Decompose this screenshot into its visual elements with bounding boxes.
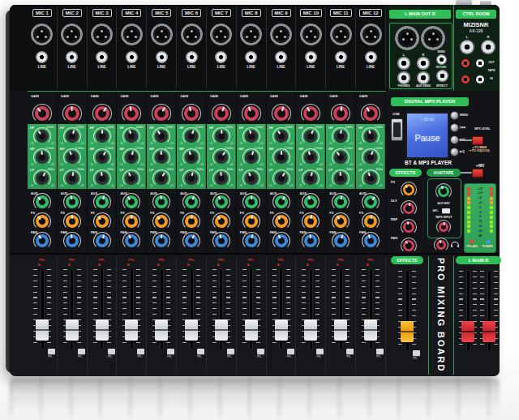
pfl-button[interactable] <box>167 349 174 354</box>
mp3-button-3[interactable] <box>451 136 458 144</box>
ctrl-room-r-jack[interactable] <box>481 40 495 54</box>
line-input-jack[interactable] <box>215 51 227 63</box>
aux-knob[interactable] <box>333 195 349 210</box>
aux-master-knob[interactable] <box>436 184 451 199</box>
xlr-input-jack[interactable] <box>91 24 113 45</box>
route-switch[interactable] <box>472 136 483 145</box>
fx-knob[interactable] <box>33 212 52 231</box>
eq-hf-knob[interactable] <box>302 128 320 145</box>
eq-mf-knob[interactable] <box>155 151 169 165</box>
fx-knob[interactable] <box>244 214 259 229</box>
eq-lf-knob[interactable] <box>362 170 380 187</box>
effects-rep-knob[interactable] <box>402 221 415 234</box>
mp3-button-1[interactable] <box>451 112 458 119</box>
channel-fader[interactable] <box>36 319 49 341</box>
line-input-jack[interactable] <box>156 51 168 63</box>
eq-hf-knob[interactable] <box>64 128 80 144</box>
aux-send-jack[interactable] <box>417 71 430 84</box>
pan-knob[interactable] <box>65 234 79 248</box>
eq-mf-knob[interactable] <box>63 149 80 166</box>
channel-fader[interactable] <box>185 319 198 341</box>
line-input-jack[interactable] <box>96 51 108 63</box>
effects-fader[interactable] <box>401 321 414 342</box>
pan-knob[interactable] <box>94 233 110 249</box>
pan-knob[interactable] <box>243 234 259 249</box>
main-fader-left[interactable] <box>461 321 474 342</box>
pan-knob[interactable] <box>155 234 169 248</box>
xlr-input-jack[interactable] <box>121 24 143 45</box>
gain-knob[interactable] <box>92 104 112 124</box>
gain-knob[interactable] <box>332 105 350 122</box>
eq-mf-knob[interactable] <box>362 149 379 165</box>
gain-knob[interactable] <box>301 104 320 123</box>
pan-knob[interactable] <box>272 232 290 249</box>
eq-lf-knob[interactable] <box>65 171 80 186</box>
eq-lf-knob[interactable] <box>334 172 348 186</box>
effects-fx-knob[interactable] <box>401 182 416 197</box>
channel-fader[interactable] <box>96 319 109 341</box>
line-input-jack[interactable] <box>365 51 377 63</box>
xlr-input-jack[interactable] <box>210 24 232 45</box>
pfl-button[interactable] <box>197 349 204 354</box>
gain-knob[interactable] <box>32 103 52 123</box>
eq-lf-knob[interactable] <box>123 169 140 186</box>
eq-hf-knob[interactable] <box>272 127 290 145</box>
main-out-xlr-right[interactable] <box>421 26 445 50</box>
channel-fader[interactable] <box>245 319 258 341</box>
aux-knob[interactable] <box>212 193 229 210</box>
gain-knob[interactable] <box>361 104 381 124</box>
eq-hf-knob[interactable] <box>215 130 229 144</box>
eq-lf-knob[interactable] <box>272 169 290 187</box>
aux-knob[interactable] <box>64 195 79 210</box>
pfl-button[interactable] <box>227 349 234 354</box>
pfl-button[interactable] <box>346 349 354 354</box>
tape-in-r-rca[interactable] <box>476 75 484 84</box>
afl-button[interactable] <box>442 208 450 213</box>
eq-lf-knob[interactable] <box>242 170 260 187</box>
eq-mf-knob[interactable] <box>93 148 111 166</box>
line-input-jack[interactable] <box>36 51 48 63</box>
pan-knob[interactable] <box>213 234 229 249</box>
aux-knob[interactable] <box>155 195 169 208</box>
xlr-input-jack[interactable] <box>270 24 292 45</box>
aux-knob[interactable] <box>122 193 140 211</box>
line-input-jack[interactable] <box>186 51 198 63</box>
xlr-input-jack[interactable] <box>31 24 53 45</box>
pfl-button[interactable] <box>287 349 294 354</box>
effect-return-jack[interactable] <box>436 70 448 82</box>
channel-fader[interactable] <box>66 319 79 341</box>
channel-fader[interactable] <box>275 319 288 341</box>
effects-dly-knob[interactable] <box>402 202 416 216</box>
pan-knob[interactable] <box>33 232 51 250</box>
eq-mf-knob[interactable] <box>35 150 49 164</box>
eq-mf-knob[interactable] <box>302 149 319 165</box>
pan-knob[interactable] <box>332 233 350 250</box>
tape-out-r-rca[interactable] <box>476 59 484 67</box>
aux-knob[interactable] <box>244 195 258 209</box>
tape-in-l-rca[interactable] <box>461 75 470 84</box>
fx-knob[interactable] <box>125 215 139 229</box>
xlr-input-jack[interactable] <box>151 24 173 45</box>
aux-knob[interactable] <box>33 193 52 212</box>
main-fader-right[interactable] <box>483 321 495 342</box>
gain-knob[interactable] <box>123 105 140 122</box>
gain-knob[interactable] <box>64 106 79 122</box>
gain-knob[interactable] <box>212 104 230 122</box>
eq-mf-knob[interactable] <box>275 151 288 164</box>
channel-fader[interactable] <box>155 319 168 341</box>
eq-hf-knob[interactable] <box>183 128 200 145</box>
phones-jack[interactable] <box>397 71 410 84</box>
eq-hf-knob[interactable] <box>96 130 109 143</box>
channel-fader[interactable] <box>304 319 317 341</box>
pfl-button[interactable] <box>48 349 55 354</box>
fx-knob[interactable] <box>184 214 198 228</box>
eq-hf-knob[interactable] <box>363 129 379 144</box>
pan-knob[interactable] <box>362 233 379 249</box>
usb-port[interactable] <box>391 118 403 141</box>
eq-hf-knob[interactable] <box>334 129 348 143</box>
pfl-button[interactable] <box>413 350 420 356</box>
eq-mf-knob[interactable] <box>212 148 230 166</box>
pfl-button[interactable] <box>257 349 264 354</box>
line-input-jack[interactable] <box>245 51 257 63</box>
fx-knob[interactable] <box>363 214 379 229</box>
